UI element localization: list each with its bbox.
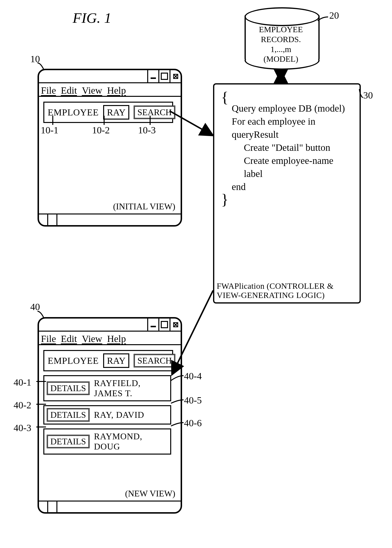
restore-icon [161,73,168,80]
content-area: EMPLOYEE RAY SEARCH [39,97,181,128]
titlebar: ⊠ [39,70,181,83]
menu-file[interactable]: File [39,332,59,344]
employee-label: EMPLOYEE [48,355,99,366]
ref-40-4: 40-4 [184,370,202,382]
close-button[interactable]: ⊠ [169,70,181,82]
details-button[interactable]: DETAILS [47,381,90,395]
new-view-window: ⊠ File Edit View Help EMPLOYEE RAY SEARC… [38,317,182,514]
titlebar: ⊠ [39,319,181,332]
ref-10: 10 [30,53,40,65]
logic-line-2: For each employee in queryResult [221,115,353,141]
status-cell [39,214,48,225]
db-text: EMPLOYEE RECORDS. 1,...,m (MODEL) [245,25,317,64]
statusbar [39,501,181,512]
logic-caption: FWAPlication (CONTROLLER & VIEW-GENERATI… [217,282,360,300]
result-name: RAYFIELD, JAMES T. [94,378,168,398]
menu-help[interactable]: Help [105,332,129,344]
statusbar [39,213,181,225]
ref-40-5: 40-5 [184,395,202,406]
restore-button[interactable] [158,319,169,331]
search-row: EMPLOYEE RAY SEARCH [43,102,173,123]
result-row: DETAILS RAYMOND, DOUG [43,428,171,455]
initial-view-window: ⊠ File Edit View Help EMPLOYEE RAY SEARC… [38,69,182,227]
ref-40-1: 40-1 [14,377,31,388]
minimize-button[interactable] [147,319,158,331]
result-row: DETAILS RAY, DAVID [43,405,171,425]
db-line4: (MODEL) [263,54,298,63]
ref-30: 30 [363,90,373,101]
details-button[interactable]: DETAILS [47,435,90,448]
minimize-icon [151,326,156,327]
ref-10-2: 10-2 [92,124,110,136]
db-line1: EMPLOYEE [259,25,303,34]
close-brace: } [221,195,353,204]
restore-icon [161,321,168,328]
ref-20: 20 [329,10,339,21]
menu-edit[interactable]: Edit [59,332,80,344]
ref-40: 40 [30,301,40,312]
new-view-label: (NEW VIEW) [125,488,175,499]
search-button[interactable]: SEARCH [134,354,175,367]
restore-button[interactable] [158,70,169,82]
search-input[interactable]: RAY [103,105,130,120]
minimize-button[interactable] [147,70,158,82]
close-icon: ⊠ [173,321,179,328]
logic-line-1: Query employee DB (model) [221,102,353,115]
status-cell [48,502,57,512]
logic-line-5: end [221,180,353,193]
open-brace: { [221,93,353,102]
close-button[interactable]: ⊠ [169,319,181,331]
ref-40-2: 40-2 [14,399,31,411]
employee-label: EMPLOYEE [48,107,99,118]
logic-line-3: Create "Detail" button [221,141,353,154]
ref-10-1: 10-1 [41,124,58,136]
status-cell [39,502,48,512]
db-line2: RECORDS. [261,35,301,44]
content-area: EMPLOYEE RAY SEARCH DETAILS RAYFIELD, JA… [39,345,181,459]
menu-file[interactable]: File [39,83,59,96]
result-name: RAY, DAVID [94,410,144,420]
ref-40-3: 40-3 [14,422,31,434]
menubar: File Edit View Help [39,332,181,345]
db-line3: 1,...,m [270,45,291,54]
ref-40-6: 40-6 [184,417,202,429]
initial-view-label: (INITIAL VIEW) [113,201,175,212]
figure-page: FIG. 1 EMPLOYEE RECORDS. 1,...,m (MODEL)… [0,0,392,548]
logic-line-4: Create employee-name label [221,154,353,180]
logic-box: { Query employee DB (model) For each emp… [213,83,361,304]
close-icon: ⊠ [173,73,179,80]
result-row: DETAILS RAYFIELD, JAMES T. [43,375,171,401]
result-name: RAYMOND, DOUG [94,431,168,452]
menu-view[interactable]: View [80,332,105,344]
status-cell [48,214,57,225]
ref-10-3: 10-3 [138,124,156,136]
database-cylinder: EMPLOYEE RECORDS. 1,...,m (MODEL) [245,7,317,66]
details-button[interactable]: DETAILS [47,408,90,422]
search-input[interactable]: RAY [103,353,130,368]
figure-title: FIG. 1 [73,10,111,26]
menubar: File Edit View Help [39,83,181,97]
menu-edit[interactable]: Edit [59,83,80,96]
search-row: EMPLOYEE RAY SEARCH [43,350,173,371]
menu-view[interactable]: View [80,83,105,96]
search-button[interactable]: SEARCH [134,106,175,119]
db-top-ellipse [245,7,320,26]
minimize-icon [151,77,156,79]
menu-help[interactable]: Help [105,83,129,96]
logic-content: { Query employee DB (model) For each emp… [214,84,360,207]
